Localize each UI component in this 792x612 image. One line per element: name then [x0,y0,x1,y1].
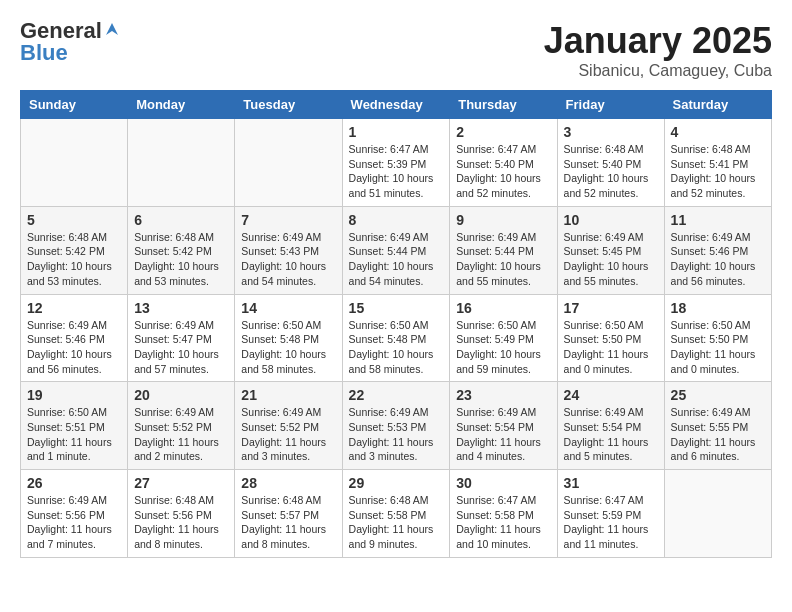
day-number: 19 [27,387,121,403]
calendar-cell: 27Sunrise: 6:48 AM Sunset: 5:56 PM Dayli… [128,470,235,558]
calendar-cell: 1Sunrise: 6:47 AM Sunset: 5:39 PM Daylig… [342,119,450,207]
day-info: Sunrise: 6:50 AM Sunset: 5:48 PM Dayligh… [241,318,335,377]
day-info: Sunrise: 6:49 AM Sunset: 5:46 PM Dayligh… [671,230,765,289]
calendar-table: SundayMondayTuesdayWednesdayThursdayFrid… [20,90,772,558]
day-number: 5 [27,212,121,228]
day-number: 22 [349,387,444,403]
logo: General Blue [20,20,120,64]
day-number: 25 [671,387,765,403]
day-info: Sunrise: 6:50 AM Sunset: 5:51 PM Dayligh… [27,405,121,464]
weekday-header-wednesday: Wednesday [342,91,450,119]
day-number: 21 [241,387,335,403]
page-header: General Blue January 2025 Sibanicu, Cama… [20,20,772,80]
calendar-cell: 6Sunrise: 6:48 AM Sunset: 5:42 PM Daylig… [128,206,235,294]
calendar-cell: 15Sunrise: 6:50 AM Sunset: 5:48 PM Dayli… [342,294,450,382]
day-number: 15 [349,300,444,316]
calendar-cell: 24Sunrise: 6:49 AM Sunset: 5:54 PM Dayli… [557,382,664,470]
logo-general: General [20,20,102,42]
day-info: Sunrise: 6:49 AM Sunset: 5:45 PM Dayligh… [564,230,658,289]
calendar-cell: 9Sunrise: 6:49 AM Sunset: 5:44 PM Daylig… [450,206,557,294]
calendar-cell: 11Sunrise: 6:49 AM Sunset: 5:46 PM Dayli… [664,206,771,294]
calendar-cell: 21Sunrise: 6:49 AM Sunset: 5:52 PM Dayli… [235,382,342,470]
calendar-cell: 3Sunrise: 6:48 AM Sunset: 5:40 PM Daylig… [557,119,664,207]
day-number: 28 [241,475,335,491]
day-info: Sunrise: 6:49 AM Sunset: 5:46 PM Dayligh… [27,318,121,377]
calendar-week-row: 1Sunrise: 6:47 AM Sunset: 5:39 PM Daylig… [21,119,772,207]
day-number: 7 [241,212,335,228]
day-info: Sunrise: 6:49 AM Sunset: 5:52 PM Dayligh… [241,405,335,464]
day-number: 24 [564,387,658,403]
calendar-cell: 13Sunrise: 6:49 AM Sunset: 5:47 PM Dayli… [128,294,235,382]
day-info: Sunrise: 6:48 AM Sunset: 5:58 PM Dayligh… [349,493,444,552]
calendar-cell: 7Sunrise: 6:49 AM Sunset: 5:43 PM Daylig… [235,206,342,294]
calendar-cell: 18Sunrise: 6:50 AM Sunset: 5:50 PM Dayli… [664,294,771,382]
day-number: 29 [349,475,444,491]
calendar-cell [128,119,235,207]
calendar-cell: 8Sunrise: 6:49 AM Sunset: 5:44 PM Daylig… [342,206,450,294]
calendar-cell: 12Sunrise: 6:49 AM Sunset: 5:46 PM Dayli… [21,294,128,382]
calendar-week-row: 12Sunrise: 6:49 AM Sunset: 5:46 PM Dayli… [21,294,772,382]
day-info: Sunrise: 6:49 AM Sunset: 5:54 PM Dayligh… [564,405,658,464]
calendar-header-row: SundayMondayTuesdayWednesdayThursdayFrid… [21,91,772,119]
day-info: Sunrise: 6:50 AM Sunset: 5:48 PM Dayligh… [349,318,444,377]
title-location: Sibanicu, Camaguey, Cuba [544,62,772,80]
logo-blue: Blue [20,42,68,64]
day-number: 3 [564,124,658,140]
day-info: Sunrise: 6:50 AM Sunset: 5:49 PM Dayligh… [456,318,550,377]
day-number: 13 [134,300,228,316]
day-info: Sunrise: 6:47 AM Sunset: 5:59 PM Dayligh… [564,493,658,552]
calendar-cell: 26Sunrise: 6:49 AM Sunset: 5:56 PM Dayli… [21,470,128,558]
weekday-header-monday: Monday [128,91,235,119]
day-number: 31 [564,475,658,491]
day-info: Sunrise: 6:48 AM Sunset: 5:42 PM Dayligh… [27,230,121,289]
day-number: 23 [456,387,550,403]
day-number: 8 [349,212,444,228]
calendar-cell: 17Sunrise: 6:50 AM Sunset: 5:50 PM Dayli… [557,294,664,382]
day-info: Sunrise: 6:47 AM Sunset: 5:58 PM Dayligh… [456,493,550,552]
calendar-week-row: 26Sunrise: 6:49 AM Sunset: 5:56 PM Dayli… [21,470,772,558]
weekday-header-thursday: Thursday [450,91,557,119]
day-number: 10 [564,212,658,228]
day-info: Sunrise: 6:49 AM Sunset: 5:56 PM Dayligh… [27,493,121,552]
day-info: Sunrise: 6:49 AM Sunset: 5:54 PM Dayligh… [456,405,550,464]
calendar-cell [235,119,342,207]
calendar-cell: 14Sunrise: 6:50 AM Sunset: 5:48 PM Dayli… [235,294,342,382]
day-info: Sunrise: 6:48 AM Sunset: 5:57 PM Dayligh… [241,493,335,552]
weekday-header-tuesday: Tuesday [235,91,342,119]
weekday-header-friday: Friday [557,91,664,119]
day-info: Sunrise: 6:48 AM Sunset: 5:42 PM Dayligh… [134,230,228,289]
day-info: Sunrise: 6:50 AM Sunset: 5:50 PM Dayligh… [564,318,658,377]
day-info: Sunrise: 6:47 AM Sunset: 5:39 PM Dayligh… [349,142,444,201]
day-number: 18 [671,300,765,316]
calendar-cell: 29Sunrise: 6:48 AM Sunset: 5:58 PM Dayli… [342,470,450,558]
logo-icon [104,21,120,37]
weekday-header-sunday: Sunday [21,91,128,119]
day-number: 6 [134,212,228,228]
title-block: January 2025 Sibanicu, Camaguey, Cuba [544,20,772,80]
day-info: Sunrise: 6:49 AM Sunset: 5:53 PM Dayligh… [349,405,444,464]
svg-marker-0 [106,23,118,35]
day-info: Sunrise: 6:49 AM Sunset: 5:43 PM Dayligh… [241,230,335,289]
calendar-cell: 23Sunrise: 6:49 AM Sunset: 5:54 PM Dayli… [450,382,557,470]
day-info: Sunrise: 6:49 AM Sunset: 5:55 PM Dayligh… [671,405,765,464]
calendar-cell: 16Sunrise: 6:50 AM Sunset: 5:49 PM Dayli… [450,294,557,382]
day-info: Sunrise: 6:49 AM Sunset: 5:44 PM Dayligh… [349,230,444,289]
day-info: Sunrise: 6:50 AM Sunset: 5:50 PM Dayligh… [671,318,765,377]
day-number: 20 [134,387,228,403]
calendar-cell: 20Sunrise: 6:49 AM Sunset: 5:52 PM Dayli… [128,382,235,470]
day-number: 14 [241,300,335,316]
day-info: Sunrise: 6:47 AM Sunset: 5:40 PM Dayligh… [456,142,550,201]
day-number: 12 [27,300,121,316]
day-info: Sunrise: 6:49 AM Sunset: 5:52 PM Dayligh… [134,405,228,464]
day-info: Sunrise: 6:48 AM Sunset: 5:40 PM Dayligh… [564,142,658,201]
day-number: 9 [456,212,550,228]
calendar-week-row: 19Sunrise: 6:50 AM Sunset: 5:51 PM Dayli… [21,382,772,470]
day-number: 1 [349,124,444,140]
title-month: January 2025 [544,20,772,62]
day-number: 17 [564,300,658,316]
calendar-cell: 28Sunrise: 6:48 AM Sunset: 5:57 PM Dayli… [235,470,342,558]
calendar-cell [664,470,771,558]
day-number: 26 [27,475,121,491]
weekday-header-saturday: Saturday [664,91,771,119]
calendar-cell: 22Sunrise: 6:49 AM Sunset: 5:53 PM Dayli… [342,382,450,470]
